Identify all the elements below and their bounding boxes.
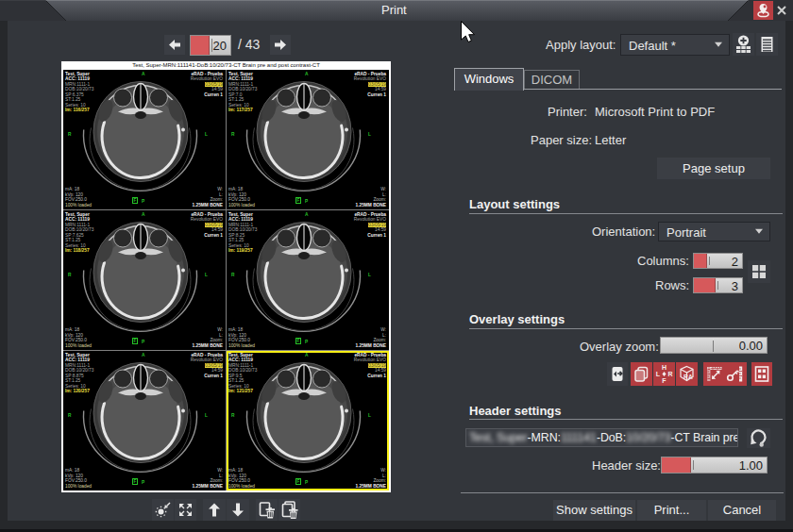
- svg-text:H: H: [662, 364, 666, 371]
- svg-text:A: A: [688, 374, 693, 380]
- svg-text:R: R: [667, 371, 672, 377]
- svg-text:F: F: [662, 377, 666, 384]
- svg-text:L: L: [656, 371, 661, 377]
